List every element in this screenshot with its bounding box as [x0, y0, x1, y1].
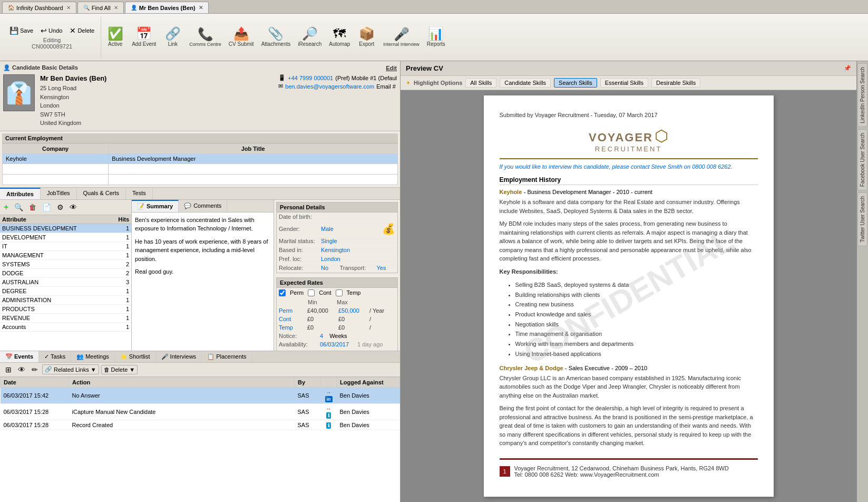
tab-infinity[interactable]: 🏠 Infinity Dashboard ✕ — [2, 2, 76, 13]
tab-placements[interactable]: 📋 Placements — [202, 351, 252, 362]
automap-button[interactable]: 🗺 Automap — [326, 26, 353, 49]
desirable-skills-btn[interactable]: Desirable Skills — [651, 78, 700, 88]
all-skills-btn[interactable]: All Skills — [465, 78, 496, 88]
attr-row[interactable]: PRODUCTS1 — [0, 305, 131, 314]
tab-tasks[interactable]: ✓ Tasks — [39, 351, 71, 362]
comms-centre-button[interactable]: 📞 Comms Centre — [187, 26, 224, 49]
tab-summary[interactable]: 📝 Summary — [132, 200, 179, 212]
expected-rates-title: Expected Rates — [277, 278, 397, 288]
twitter-search-btn[interactable]: Twitter User Search — [857, 192, 867, 246]
current-employment: Current Employment Company Job Title Key… — [2, 133, 398, 185]
subtab-attributes[interactable]: Attributes — [0, 188, 41, 199]
internal-interview-button[interactable]: 🎤 Internal Interview — [381, 26, 422, 49]
subtab-tests[interactable]: Tests — [126, 188, 153, 199]
attr-row[interactable]: Accounts1 — [0, 323, 131, 332]
iresearch-button[interactable]: 🔎 iResearch — [295, 26, 324, 49]
cv-submit-button[interactable]: 📤 CV Submit — [226, 26, 257, 49]
col-action: Action — [69, 377, 295, 387]
related-links-btn[interactable]: 🔗 Related Links ▼ — [42, 364, 99, 374]
attr-row[interactable]: SYSTEMS2 — [0, 260, 131, 269]
attr-search-btn[interactable]: 🔍 — [12, 202, 25, 213]
attr-row[interactable]: REVENUE1 — [0, 314, 131, 323]
attr-row[interactable]: ADMINISTRATION1 — [0, 296, 131, 305]
linkedin-search-btn[interactable]: LinkedIn Person Search — [857, 63, 867, 127]
event-row[interactable]: 06/03/2017 15:42 No Answer SAS → in Ben … — [1, 387, 400, 403]
attachments-button[interactable]: 📎 Attachments — [259, 26, 294, 49]
responsibility-item: Product knowledge and sales — [515, 310, 758, 320]
attr-add-btn[interactable]: + — [2, 201, 11, 213]
add-event-button[interactable]: 📅 Add Event — [129, 26, 159, 49]
event-row[interactable]: 06/03/2017 15:28 Record Created SAS ℹ Be… — [1, 420, 400, 430]
job2-desc: Chrysler Group LLC is an American based … — [500, 374, 758, 400]
attr-eye-btn[interactable]: 👁 — [67, 202, 79, 213]
candidate-icon: 👤 — [131, 5, 137, 11]
events-section: 📅 Events ✓ Tasks 👥 Meetings ⭐ Shortlist … — [0, 351, 400, 502]
edit-btn[interactable]: ✏ — [30, 364, 40, 375]
tab-comments[interactable]: 💬 Comments — [179, 200, 227, 212]
active-button[interactable]: ✅ Active — [103, 26, 127, 49]
undo-button[interactable]: ↩ Undo — [37, 25, 65, 36]
essential-skills-btn[interactable]: Essential Skills — [600, 78, 648, 88]
attr-row[interactable]: IT1 — [0, 242, 131, 251]
voyager-subtitle: RECRUITMENT — [595, 145, 662, 153]
attr-row[interactable]: DEVELOPMENT1 — [0, 233, 131, 242]
export-button[interactable]: 📦 Export — [355, 26, 378, 49]
employment-row[interactable]: Keyhole Business Development Manager — [3, 153, 398, 163]
tab-findall[interactable]: 🔍 Find All ✕ — [77, 2, 124, 13]
attr-delete-btn[interactable]: 🗑 — [27, 202, 38, 213]
automap-icon: 🗺 — [333, 27, 346, 40]
perm-checkbox[interactable] — [279, 289, 286, 296]
pin-icon[interactable]: 📌 — [844, 65, 851, 72]
cv-container[interactable]: CONFIDENTIAL Submitted by Voyager Recrui… — [401, 90, 856, 502]
job2-body: Being the first point of contact for the… — [500, 404, 758, 448]
preview-header: Preview CV 📌 — [401, 61, 856, 76]
facebook-search-btn[interactable]: Facebook User Search — [857, 129, 867, 190]
attr-row[interactable]: DODGE2 — [0, 269, 131, 278]
tab-candidate[interactable]: 👤 Mr Ben Davies (Ben) ✕ — [125, 2, 209, 13]
attr-options-btn[interactable]: ⚙ — [55, 202, 66, 213]
cont-checkbox[interactable] — [308, 289, 315, 296]
email-link[interactable]: ben.davies@voyagersoftware.com — [285, 83, 374, 90]
person-icon: 👤 — [3, 64, 11, 71]
attr-row[interactable]: AUSTRALIAN3 — [0, 278, 131, 287]
rates-checkboxes: Perm Cont Temp — [277, 288, 397, 298]
temp-checkbox[interactable] — [336, 289, 343, 296]
tab-close-findall[interactable]: ✕ — [114, 5, 118, 11]
col-company: Company — [3, 143, 109, 153]
eye-btn[interactable]: 👁 — [16, 364, 27, 375]
save-button[interactable]: 💾 Save — [6, 25, 36, 36]
subtab-jobtitles[interactable]: JobTitles — [41, 188, 77, 199]
subtab-quals[interactable]: Quals & Certs — [77, 188, 126, 199]
employment-table: Company Job Title Keyhole Business Devel… — [2, 143, 398, 185]
attr-row[interactable]: MANAGEMENT1 — [0, 251, 131, 260]
tab-close-candidate[interactable]: ✕ — [199, 5, 203, 11]
candidate-section-title: Candidate Basic Details — [12, 64, 78, 71]
edit-link[interactable]: Edit — [386, 65, 397, 71]
delete-btn[interactable]: 🗑 Delete ▼ — [101, 365, 138, 374]
preview-title: Preview CV — [406, 64, 443, 72]
tab-meetings[interactable]: 👥 Meetings — [71, 351, 115, 362]
delete-button[interactable]: ✕ Delete — [66, 25, 97, 36]
phone-icon: 📱 — [278, 74, 286, 81]
responsibility-item: Creating new business — [515, 300, 758, 310]
tab-close-infinity[interactable]: ✕ — [66, 5, 71, 11]
cv-page: CONFIDENTIAL Submitted by Voyager Recrui… — [484, 95, 774, 497]
attr-row[interactable]: DEGREE1 — [0, 287, 131, 296]
phone-link[interactable]: +44 7999 000001 — [288, 75, 333, 81]
link-button[interactable]: 🔗 Link — [161, 26, 184, 49]
tab-shortlist[interactable]: ⭐ Shortlist — [115, 351, 156, 362]
temp-row: Temp £0 £0 / — [277, 323, 397, 332]
grid-view-btn[interactable]: ⊞ — [3, 364, 14, 375]
employment-history-title: Employment History — [500, 176, 758, 185]
candidate-skills-btn[interactable]: Candidate Skills — [500, 78, 551, 88]
attr-row[interactable]: BUSINESS DEVELOPMENT1 — [0, 224, 131, 233]
tab-events[interactable]: 📅 Events — [0, 351, 39, 362]
tab-interviews[interactable]: 🎤 Interviews — [156, 351, 202, 362]
meetings-icon: 👥 — [76, 353, 84, 360]
employment-empty-row2 — [3, 174, 398, 185]
trash-icon: 🗑 — [104, 366, 110, 373]
attr-pdf-btn[interactable]: 📄 — [40, 202, 53, 213]
search-skills-btn[interactable]: Search Skills — [554, 78, 597, 88]
event-row[interactable]: 06/03/2017 15:28 iCapture Manual New Can… — [1, 403, 400, 420]
reports-button[interactable]: 📊 Reports — [424, 26, 448, 49]
